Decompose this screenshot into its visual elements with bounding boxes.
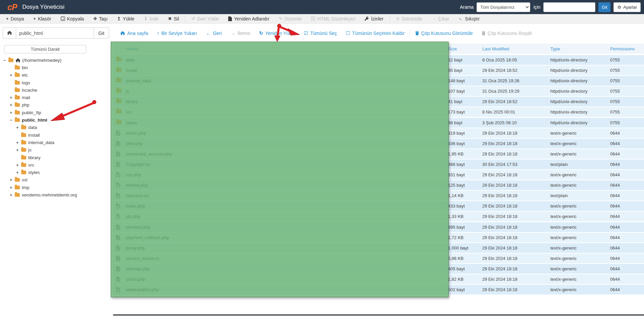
toolbar-button-ta[interactable]: ✥Taşı: [89, 14, 112, 23]
tree-toggle[interactable]: +: [16, 163, 21, 168]
nav-button-yeniden-y-kle[interactable]: ↻Yeniden Yükle: [255, 31, 299, 36]
nav-button-p-kutusunu-bo-alt[interactable]: Çöp Kutusunu Boşalt: [477, 31, 536, 36]
tree-item-data[interactable]: +data: [0, 124, 111, 131]
file-row-htaccess-txt[interactable]: htaccess.txt 1,14 KB 29 Eki 2024 18:18 t…: [113, 191, 644, 200]
nav-button-geri[interactable]: ←Geri: [201, 31, 226, 36]
tree-toggle[interactable]: +: [16, 140, 21, 145]
search-scope-select[interactable]: Tüm Dosyalarınız: [477, 2, 530, 12]
toolbar-button-s-k-t-r[interactable]: ↔Sıkıştır: [454, 14, 485, 23]
cell-type: httpd/unix-directory: [550, 109, 588, 115]
tree-item-logs[interactable]: logs: [0, 79, 111, 86]
toolbar-button-g-r-nt-le[interactable]: ⊙Görüntüle: [391, 14, 427, 23]
home-directory-button[interactable]: [3, 28, 16, 39]
nav-button-bir-seviye-yukar[interactable]: ↑Bir Seviye Yukarı: [152, 31, 201, 36]
file-row-data[interactable]: data 52 bayt 8 Oca 2025 18:05 httpd/unix…: [113, 55, 644, 65]
file-row-library[interactable]: library 41 bayt 29 Eki 2024 18:52 httpd/…: [113, 97, 644, 106]
tree-item-lscache[interactable]: lscache: [0, 86, 111, 94]
nav-button-t-m-n-n-se-imini-kald-r[interactable]: ☐Tümünün Seçimini Kaldır: [341, 31, 409, 36]
tree-item-php[interactable]: +php: [0, 101, 111, 109]
tree-item-etc[interactable]: +etc: [0, 72, 111, 79]
file-row-job-php[interactable]: job.php 1,33 KB 29 Eki 2024 18:18 text/x…: [113, 212, 644, 221]
cell-last-modified: 29 Eki 2024 18:52: [482, 99, 517, 104]
tree-item-public-ftp[interactable]: +public_ftp: [0, 109, 111, 116]
cell-name: oembed.php: [126, 225, 150, 230]
tree-item-xendemo-mehmetdemir-org[interactable]: +xendemo.mehmetdemir.org: [0, 191, 111, 198]
file-row-unfurl-php[interactable]: unfurl.php 1,82 KB 29 Eki 2024 18:18 tex…: [113, 274, 644, 284]
tree-item-ssl[interactable]: +ssl: [0, 176, 111, 184]
toolbar-button-d-zenle[interactable]: ✎Düzenle: [274, 14, 306, 23]
nav-button-ana-sayfa[interactable]: Ana sayfa: [116, 31, 152, 36]
tree-toggle[interactable]: +: [10, 177, 15, 182]
tree-item-js[interactable]: +js: [0, 146, 111, 154]
toolbar-button-dosya[interactable]: +Dosya: [1, 14, 29, 23]
file-row-embed-php[interactable]: embed.php 125 bayt 29 Eki 2024 18:18 tex…: [113, 180, 644, 190]
file-row-css-php[interactable]: css.php 831 bayt 29 Eki 2024 18:18 text/…: [113, 170, 644, 180]
toolbar-button-y-kle[interactable]: ↥Yükle: [112, 14, 139, 23]
tree-item-tmp[interactable]: +tmp: [0, 184, 111, 191]
file-row-copyright-txt[interactable]: Copyright.txt 366 bayt 30 Eki 2024 17:53…: [113, 160, 644, 169]
nav-button-p-kutusunu-g-r-nt-le[interactable]: Çöp Kutusunu Görüntüle: [411, 31, 477, 36]
file-row-styles[interactable]: styles 68 bayt 3 Şub 2025 08:10 httpd/un…: [113, 118, 644, 128]
nav-button-t-m-n-se[interactable]: ☑Tümünü Seç: [299, 31, 341, 36]
column-header-type[interactable]: Type: [550, 46, 560, 51]
toolbar-button-yeniden-adland-r[interactable]: Yeniden Adlandır: [224, 14, 274, 23]
tree-toggle[interactable]: +: [16, 147, 21, 152]
column-header-last-modified[interactable]: Last Modified: [482, 46, 509, 51]
tree-toggle[interactable]: +: [10, 102, 15, 107]
tree-item-library[interactable]: library: [0, 154, 111, 161]
settings-button[interactable]: ⚙Ayarlar: [613, 2, 641, 12]
file-row-connected-account-php[interactable]: connected_account.php 1,95 KB 29 Eki 202…: [113, 149, 644, 159]
toolbar-button-html-d-zenleyici[interactable]: ✎HTML Düzenleyici: [306, 14, 360, 23]
search-go-button[interactable]: Git: [598, 2, 610, 12]
file-row-sitemap-php[interactable]: sitemap.php 405 bayt 29 Eki 2024 18:18 t…: [113, 264, 644, 274]
file-row-internal-data[interactable]: internal_data 148 bayt 31 Oca 2025 19:26…: [113, 76, 644, 86]
tree-item-mail[interactable]: +mail: [0, 94, 111, 101]
toolbar-button-klas-r[interactable]: +Klasör: [29, 14, 56, 23]
tree-item-home-mehmedey[interactable]: −(/home/mehmedey): [0, 56, 111, 64]
toolbar-button-kar[interactable]: →Çıkar: [427, 14, 454, 23]
file-row-webmanifest-php[interactable]: webmanifest.php 502 bayt 29 Eki 2024 18:…: [113, 285, 644, 295]
cell-name: library: [126, 99, 138, 104]
nav-button-label: Çöp Kutusunu Boşalt: [488, 31, 532, 36]
tree-toggle[interactable]: −: [3, 58, 8, 63]
file-row-proxy-php[interactable]: proxy.php 1.000 bayt 29 Eki 2024 18:18 t…: [113, 243, 644, 253]
tree-item-internal-data[interactable]: +internal_data: [0, 139, 111, 146]
path-input[interactable]: [16, 28, 94, 39]
tree-toggle[interactable]: +: [10, 185, 15, 190]
toolbar-button-geri-y-kle[interactable]: ↺Geri Yükle: [187, 14, 224, 23]
tree-toggle[interactable]: +: [16, 170, 21, 175]
tree-toggle[interactable]: +: [10, 110, 15, 115]
tree-toggle[interactable]: +: [10, 192, 15, 197]
tree-item-styles[interactable]: +styles: [0, 169, 111, 176]
cell-permissions: 0755: [610, 78, 620, 83]
collapse-all-button[interactable]: Tümünü Daralt: [4, 45, 86, 53]
toolbar-button-kopyala[interactable]: ❏Kopyala: [56, 14, 89, 23]
tree-toggle[interactable]: +: [10, 95, 15, 100]
path-go-button[interactable]: Git: [94, 28, 109, 39]
column-header-permissions[interactable]: Permissions: [610, 46, 635, 51]
file-row-cmd-php[interactable]: cmd.php 336 bayt 29 Eki 2024 18:18 text/…: [113, 139, 644, 148]
toolbar-button-sil[interactable]: ✖Sil: [163, 14, 184, 23]
toolbar-button-i-zinler[interactable]: İzinler: [360, 14, 388, 23]
search-input[interactable]: [543, 2, 595, 12]
file-row-js[interactable]: js 107 bayt 31 Oca 2025 19:29 httpd/unix…: [113, 86, 644, 96]
nav-button-i-letme[interactable]: →İletme: [226, 31, 255, 36]
file-row-src[interactable]: src 173 bayt 8 Nis 2025 00:01 httpd/unix…: [113, 107, 644, 117]
tree-item-src[interactable]: +src: [0, 161, 111, 169]
file-row-oembed-php[interactable]: oembed.php 895 bayt 29 Eki 2024 18:18 te…: [113, 222, 644, 232]
file-row-payment-callback-php[interactable]: payment_callback.php 1,72 KB 29 Eki 2024…: [113, 233, 644, 242]
column-header-size[interactable]: Size: [448, 46, 457, 51]
tree-toggle[interactable]: +: [16, 125, 21, 130]
file-row-install[interactable]: install 65 bayt 29 Eki 2024 18:52 httpd/…: [113, 65, 644, 75]
cell-last-modified: 29 Eki 2024 18:18: [482, 183, 517, 188]
tree-toggle[interactable]: +: [10, 73, 15, 78]
column-header-name[interactable]: Name: [126, 46, 138, 51]
file-row-admin-php[interactable]: admin.php 319 bayt 29 Eki 2024 18:18 tex…: [113, 128, 644, 138]
tree-toggle[interactable]: −: [10, 118, 15, 123]
tree-item-bin[interactable]: bin: [0, 64, 111, 71]
tree-item-install[interactable]: install: [0, 131, 111, 139]
file-row-index-php[interactable]: index.php 433 bayt 29 Eki 2024 18:18 tex…: [113, 201, 644, 211]
tree-item-public-html[interactable]: −public_html: [0, 116, 111, 124]
file-row-service-worker-js[interactable]: service_worker.js 5,86 KB 29 Eki 2024 18…: [113, 254, 644, 263]
toolbar-button-i-ndir[interactable]: ↧İndir: [139, 14, 163, 23]
